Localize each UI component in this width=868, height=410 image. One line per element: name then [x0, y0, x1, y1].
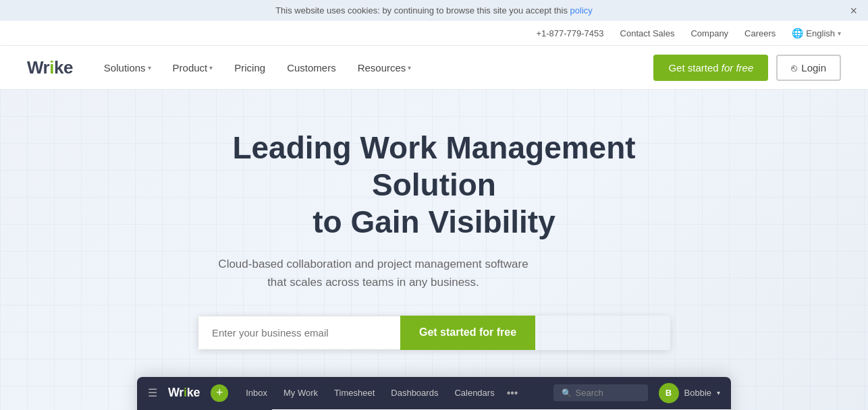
- logo-text: Wrike: [27, 57, 73, 78]
- language-selector[interactable]: 🌐 English ▾: [792, 28, 841, 38]
- cookie-text: This website uses cookies: by continuing…: [275, 5, 570, 16]
- language-label: English: [806, 28, 835, 38]
- hero-section: Leading Work Management Solution to Gain…: [0, 89, 868, 410]
- main-nav: Wrike Solutions ▾ Product ▾ Pricing Cust…: [0, 46, 868, 89]
- app-search-bar[interactable]: 🔍 Search: [553, 384, 648, 401]
- nav-links: Solutions ▾ Product ▾ Pricing Customers …: [94, 57, 654, 79]
- app-logo: Wrike: [168, 386, 200, 400]
- logo[interactable]: Wrike: [27, 57, 73, 78]
- hero-form: Get started for free: [198, 316, 670, 350]
- nav-resources[interactable]: Resources ▾: [348, 57, 421, 79]
- app-more-icon[interactable]: •••: [504, 387, 521, 399]
- hero-subtitle: Cloud-based collaboration and project ma…: [198, 255, 549, 291]
- contact-sales-link[interactable]: Contact Sales: [620, 28, 675, 38]
- hero-title: Leading Work Management Solution to Gain…: [198, 129, 670, 241]
- app-search-icon: 🔍: [562, 388, 572, 398]
- app-tab-timesheet[interactable]: Timesheet: [327, 384, 381, 402]
- hero-cta-button[interactable]: Get started for free: [400, 316, 535, 350]
- avatar: B: [659, 383, 679, 403]
- cookie-policy-link[interactable]: policy: [570, 5, 593, 16]
- globe-icon: 🌐: [792, 28, 803, 38]
- app-tab-calendars[interactable]: Calendars: [447, 384, 501, 402]
- product-chevron-icon: ▾: [209, 64, 213, 71]
- app-preview: ☰ Wrike + Inbox My Work Timesheet Dashbo…: [137, 377, 731, 410]
- app-nav-tabs: Inbox My Work Timesheet Dashboards Calen…: [239, 384, 542, 402]
- resources-chevron-icon: ▾: [408, 64, 411, 71]
- careers-link[interactable]: Careers: [744, 28, 776, 38]
- app-tab-mywork[interactable]: My Work: [277, 384, 325, 402]
- get-started-nav-button[interactable]: Get started for free: [653, 55, 768, 81]
- hero-content: Leading Work Management Solution to Gain…: [198, 129, 670, 350]
- app-menu-icon[interactable]: ☰: [148, 386, 157, 399]
- app-topbar: ☰ Wrike + Inbox My Work Timesheet Dashbo…: [137, 377, 731, 409]
- phone-number[interactable]: +1-877-779-7453: [536, 28, 603, 38]
- nav-product[interactable]: Product ▾: [163, 57, 223, 79]
- nav-solutions[interactable]: Solutions ▾: [94, 57, 161, 79]
- user-chevron-icon: ▾: [717, 389, 720, 397]
- top-bar: +1-877-779-7453 Contact Sales Company Ca…: [0, 21, 868, 46]
- login-icon: ⎋: [791, 62, 797, 74]
- cookie-banner: This website uses cookies: by continuing…: [0, 0, 868, 21]
- company-link[interactable]: Company: [690, 28, 728, 38]
- app-add-button[interactable]: +: [211, 384, 228, 402]
- cookie-close-button[interactable]: ×: [850, 5, 857, 17]
- nav-actions: Get started for free ⎋ Login: [653, 55, 841, 81]
- user-name: Bobbie: [684, 388, 711, 398]
- email-input[interactable]: [198, 316, 400, 350]
- app-user-menu[interactable]: B Bobbie ▾: [659, 383, 720, 403]
- lang-chevron-icon: ▾: [838, 30, 841, 37]
- login-button[interactable]: ⎋ Login: [776, 55, 841, 81]
- solutions-chevron-icon: ▾: [148, 64, 151, 71]
- app-tab-inbox[interactable]: Inbox: [239, 384, 274, 402]
- nav-pricing[interactable]: Pricing: [225, 57, 275, 79]
- nav-customers[interactable]: Customers: [277, 57, 346, 79]
- app-tab-dashboards[interactable]: Dashboards: [384, 384, 445, 402]
